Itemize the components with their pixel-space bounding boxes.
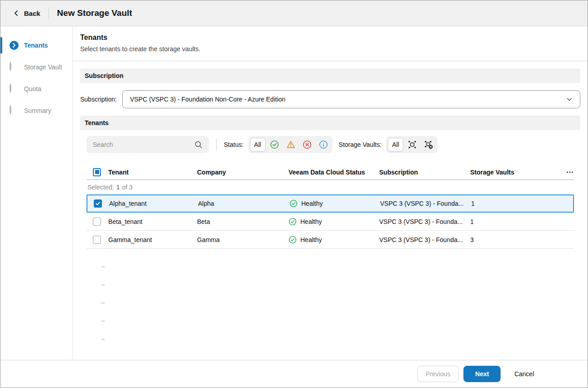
status-text: Healthy	[301, 200, 323, 207]
status-filter-error[interactable]	[300, 138, 314, 151]
cell-subscription: VSPC 3 (VSPC 3) - Founda...	[379, 236, 470, 243]
step-subtitle: Select tenants to create the storage vau…	[80, 45, 580, 53]
vaults-present-filter[interactable]	[405, 138, 419, 151]
row-placeholder-dash	[101, 302, 105, 304]
page-title: New Storage Vault	[57, 8, 132, 18]
status-filter-group: All	[248, 136, 333, 153]
row-placeholder-dash	[101, 284, 105, 286]
sidebar-step-storage-vault[interactable]: Storage Vault	[0, 56, 72, 78]
row-checkbox[interactable]	[93, 218, 101, 226]
cancel-button[interactable]: Cancel	[508, 366, 540, 382]
status-filter-info[interactable]	[316, 138, 331, 151]
selected-count: 1	[116, 184, 120, 191]
cell-tenant: Gamma_tenant	[108, 236, 197, 243]
column-header-storage-vaults: Storage Vaults	[470, 169, 558, 176]
subscription-select[interactable]: VSPC (VSPC 3) - Foundation Non-Core - Az…	[122, 90, 580, 108]
sidebar-step-tenants[interactable]: Tenants	[0, 34, 72, 56]
healthy-status-icon	[289, 199, 298, 208]
filter-divider	[216, 138, 217, 151]
cell-tenant: Alpha_tenant	[109, 200, 198, 207]
row-checkbox[interactable]	[94, 199, 102, 208]
chevron-left-icon	[13, 10, 19, 16]
pending-step-icon	[10, 63, 19, 72]
step-label: Summary	[24, 107, 51, 114]
pending-step-icon	[10, 84, 19, 93]
next-button[interactable]: Next	[463, 366, 501, 382]
ellipsis-icon	[566, 168, 574, 176]
tenants-table: Tenant Company Veeam Data Cloud Status S…	[87, 165, 574, 249]
cell-storage-vaults: 1	[470, 218, 558, 225]
active-step-icon	[10, 41, 19, 50]
row-placeholder-dash	[101, 266, 105, 267]
column-header-subscription: Subscription	[379, 169, 470, 176]
column-header-status: Veeam Data Cloud Status	[289, 169, 379, 176]
healthy-status-icon	[289, 236, 297, 244]
cell-storage-vaults: 3	[470, 236, 558, 243]
tenants-table-area: Status: All	[87, 136, 574, 340]
table-header-row: Tenant Company Veeam Data Cloud Status S…	[87, 165, 574, 180]
check-circle-icon	[270, 140, 279, 149]
cell-company: Beta	[197, 218, 289, 225]
empty-row-markers	[101, 266, 574, 340]
cell-subscription: VSPC 3 (VSPC 3) - Founda...	[380, 200, 471, 207]
x-circle-icon	[303, 140, 312, 149]
header-divider	[48, 7, 49, 19]
filter-row: Status: All	[87, 136, 574, 153]
status-text: Healthy	[300, 236, 322, 243]
sidebar-step-quota[interactable]: Quota	[0, 78, 72, 100]
status-filter-label: Status:	[224, 141, 244, 148]
step-label: Storage Vault	[24, 63, 62, 71]
column-header-company: Company	[197, 169, 289, 176]
table-row[interactable]: Alpha_tenant Alpha Healthy VSPC 3 (VSPC …	[87, 194, 574, 213]
status-text: Healthy	[300, 218, 322, 225]
search-input[interactable]	[93, 141, 194, 148]
table-row[interactable]: Gamma_tenant Gamma Healthy VSPC 3 (VSPC …	[87, 231, 574, 249]
row-checkbox[interactable]	[93, 236, 101, 244]
wizard-steps-sidebar: Tenants Storage Vault Quota Summary	[0, 26, 73, 360]
table-row[interactable]: Beta_tenant Beta Healthy VSPC 3 (VSPC 3)…	[87, 213, 574, 231]
healthy-status-icon	[289, 218, 297, 226]
back-label: Back	[24, 10, 40, 17]
new-storage-vault-window: Back New Storage Vault Tenants Storage V…	[0, 0, 588, 388]
status-filter-all[interactable]: All	[250, 138, 265, 151]
cell-company: Alpha	[198, 200, 289, 207]
active-step-indicator-bar	[0, 37, 2, 53]
status-filter-warning[interactable]	[284, 138, 298, 151]
select-all-checkbox[interactable]	[93, 168, 101, 176]
back-button[interactable]: Back	[0, 0, 48, 26]
storage-vaults-filter-label: Storage Vaults:	[339, 141, 382, 148]
top-header: Back New Storage Vault	[0, 0, 588, 26]
pending-step-icon	[10, 106, 19, 115]
column-header-tenant: Tenant	[108, 169, 197, 176]
subscription-field-label: Subscription:	[80, 96, 117, 103]
selected-summary: Selected: 1 of 3	[87, 180, 574, 194]
cell-tenant: Beta_tenant	[108, 218, 197, 225]
cell-company: Gamma	[197, 236, 289, 243]
previous-button[interactable]: Previous	[417, 366, 459, 382]
row-placeholder-dash	[101, 339, 105, 340]
sidebar-step-summary[interactable]: Summary	[0, 100, 72, 121]
search-box[interactable]	[87, 136, 209, 153]
vaults-present-icon	[408, 140, 417, 149]
cell-subscription: VSPC 3 (VSPC 3) - Founda...	[379, 218, 470, 225]
storage-vaults-filter-all[interactable]: All	[388, 138, 403, 151]
step-label: Tenants	[24, 42, 48, 49]
cell-status: Healthy	[289, 218, 379, 226]
subscription-section-header: Subscription	[80, 68, 580, 83]
status-filter-healthy[interactable]	[267, 138, 282, 151]
chevron-down-icon	[566, 96, 573, 102]
vaults-absent-filter[interactable]	[421, 138, 436, 151]
step-label: Quota	[24, 85, 41, 92]
step-header: Tenants Select tenants to create the sto…	[73, 26, 588, 61]
cell-status: Healthy	[289, 199, 380, 208]
column-options-button[interactable]	[558, 168, 574, 176]
warning-triangle-icon	[286, 140, 295, 149]
wizard-footer: Previous Next Cancel	[0, 360, 588, 388]
cell-status: Healthy	[289, 236, 379, 244]
step-title: Tenants	[80, 34, 580, 42]
subscription-selected-value: VSPC (VSPC 3) - Foundation Non-Core - Az…	[130, 96, 566, 103]
storage-vaults-filter-group: All	[386, 136, 438, 153]
subscription-field-row: Subscription: VSPC (VSPC 3) - Foundation…	[80, 90, 580, 108]
info-circle-icon	[319, 140, 328, 149]
row-placeholder-dash	[101, 320, 105, 322]
